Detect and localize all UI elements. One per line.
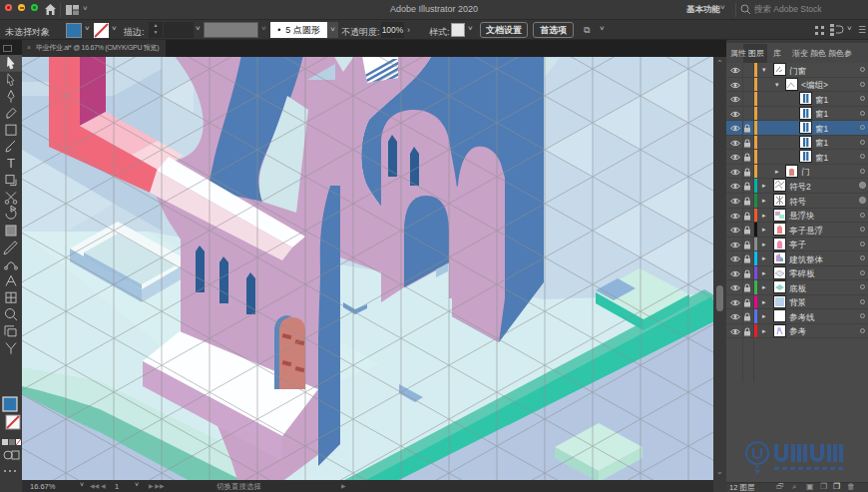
svg-text:T: T [7,156,15,171]
